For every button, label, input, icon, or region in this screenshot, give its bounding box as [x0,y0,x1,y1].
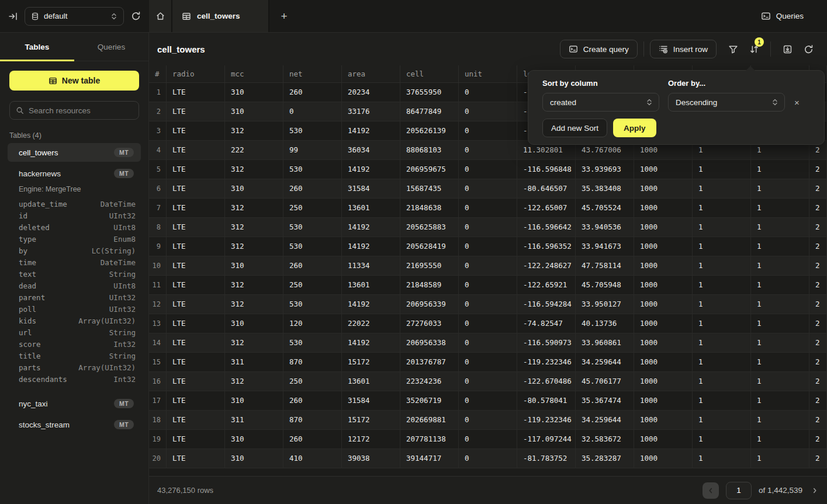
table-row[interactable]: 10 LTE 310 260 11334 21695550 0 -122.248… [149,256,827,276]
row-number[interactable]: 11 [149,276,167,295]
cell-created[interactable]: 2 [809,295,827,314]
cell-samples[interactable]: 1 [693,256,751,276]
cell-mcc[interactable]: 312 [225,333,283,353]
cell-mcc[interactable]: 310 [225,449,283,468]
cell-created[interactable]: 2 [809,256,827,276]
table-row[interactable]: 11 LTE 312 250 13601 21848589 0 -122.659… [149,276,827,295]
row-number[interactable]: 6 [149,179,167,199]
cell-range[interactable]: 1000 [634,237,693,256]
cell-lat[interactable]: 34.259644 [576,411,634,430]
cell-lon[interactable]: -122.670486 [517,372,576,391]
cell-radio[interactable]: LTE [167,199,225,218]
cell-radio[interactable]: LTE [167,276,225,295]
add-new-sort-button[interactable]: Add new Sort [542,119,607,137]
cell-samples[interactable]: 1 [693,276,751,295]
cell-unit[interactable]: 0 [459,179,517,199]
cell-cell[interactable]: 35206719 [400,391,459,411]
apply-sort-button[interactable]: Apply [613,119,656,137]
cell-radio[interactable]: LTE [167,121,225,141]
cell-cell[interactable]: 205626139 [400,121,459,141]
table-row[interactable]: 8 LTE 312 530 14192 205625883 0 -116.596… [149,218,827,237]
filter-button[interactable] [722,40,743,58]
cell-mcc[interactable]: 222 [225,141,283,160]
cell-changeable[interactable]: 1 [751,314,809,333]
cell-radio[interactable]: LTE [167,430,225,449]
cell-unit[interactable]: 0 [459,353,517,372]
insert-row-button[interactable]: Insert row [650,40,717,58]
row-number[interactable]: 8 [149,218,167,237]
cell-unit[interactable]: 0 [459,430,517,449]
cell-net[interactable]: 530 [283,121,342,141]
cell-samples[interactable]: 1 [693,372,751,391]
row-number[interactable]: 7 [149,199,167,218]
cell-lat[interactable]: 33.940536 [576,218,634,237]
column-header[interactable]: net [283,65,342,83]
cell-radio[interactable]: LTE [167,237,225,256]
cell-unit[interactable]: 0 [459,295,517,314]
cell-area[interactable]: 13601 [342,199,400,218]
cell-range[interactable]: 1000 [634,276,693,295]
column-header[interactable]: mcc [225,65,283,83]
cell-changeable[interactable]: 1 [751,218,809,237]
cell-range[interactable]: 1000 [634,179,693,199]
row-number[interactable]: 19 [149,430,167,449]
cell-lat[interactable]: 47.758114 [576,256,634,276]
cell-radio[interactable]: LTE [167,372,225,391]
cell-net[interactable]: 260 [283,256,342,276]
database-selector[interactable]: default [25,7,124,26]
cell-cell[interactable]: 202669881 [400,411,459,430]
cell-range[interactable]: 1000 [634,391,693,411]
cell-cell[interactable]: 206956338 [400,333,459,353]
remove-sort-button[interactable]: × [794,98,800,107]
cell-created[interactable]: 2 [809,391,827,411]
sidebar-item-cell-towers[interactable]: cell_towers MT [8,143,141,162]
cell-lat[interactable]: 32.583672 [576,430,634,449]
row-number[interactable]: 18 [149,411,167,430]
cell-area[interactable]: 31584 [342,179,400,199]
cell-area[interactable]: 13601 [342,276,400,295]
table-row[interactable]: 20 LTE 310 410 39038 39144717 0 -81.7837… [149,449,827,468]
table-row[interactable]: 15 LTE 311 870 15172 201376787 0 -119.23… [149,353,827,372]
cell-lat[interactable]: 34.259644 [576,353,634,372]
cell-lon[interactable]: -116.596352 [517,237,576,256]
cell-unit[interactable]: 0 [459,411,517,430]
cell-changeable[interactable]: 1 [751,237,809,256]
row-number[interactable]: 12 [149,295,167,314]
table-row[interactable]: 12 LTE 312 530 14192 206956339 0 -116.59… [149,295,827,314]
cell-cell[interactable]: 37655950 [400,83,459,102]
row-number[interactable]: 15 [149,353,167,372]
column-header[interactable]: radio [167,65,225,83]
row-number[interactable]: 17 [149,391,167,411]
cell-radio[interactable]: LTE [167,179,225,199]
cell-cell[interactable]: 15687435 [400,179,459,199]
cell-created[interactable]: 2 [809,179,827,199]
cell-cell[interactable]: 201376787 [400,353,459,372]
table-row[interactable]: 19 LTE 310 260 12172 207781138 0 -117.09… [149,430,827,449]
cell-lat[interactable]: 35.367474 [576,391,634,411]
cell-lat[interactable]: 33.941673 [576,237,634,256]
cell-cell[interactable]: 205625883 [400,218,459,237]
cell-mcc[interactable]: 312 [225,199,283,218]
cell-area[interactable]: 13601 [342,372,400,391]
cell-unit[interactable]: 0 [459,160,517,179]
next-page-button[interactable] [811,486,819,495]
cell-range[interactable]: 1000 [634,218,693,237]
cell-samples[interactable]: 1 [693,353,751,372]
cell-cell[interactable]: 21848638 [400,199,459,218]
cell-lat[interactable]: 40.13736 [576,314,634,333]
cell-created[interactable]: 2 [809,218,827,237]
cell-created[interactable]: 2 [809,353,827,372]
cell-created[interactable]: 2 [809,237,827,256]
cell-area[interactable]: 14192 [342,160,400,179]
new-table-button[interactable]: New table [9,71,139,91]
cell-net[interactable]: 260 [283,83,342,102]
cell-area[interactable]: 36034 [342,141,400,160]
sidebar-item-hackernews[interactable]: hackernews MT [8,164,141,183]
search-input[interactable]: Search resources [9,101,139,120]
cell-radio[interactable]: LTE [167,256,225,276]
cell-samples[interactable]: 1 [693,237,751,256]
table-row[interactable]: 18 LTE 311 870 15172 202669881 0 -119.23… [149,411,827,430]
cell-samples[interactable]: 1 [693,430,751,449]
row-number[interactable]: 3 [149,121,167,141]
cell-lat[interactable]: 33.950127 [576,295,634,314]
